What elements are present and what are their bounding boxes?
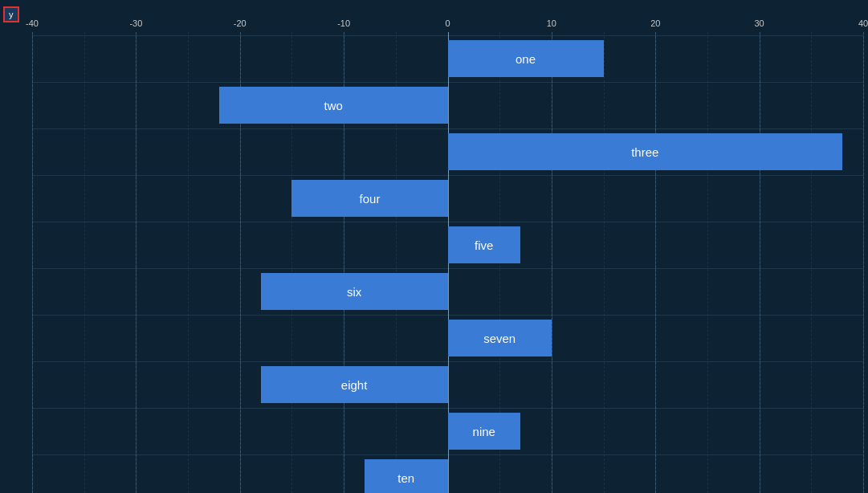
grid-container: -40-30-20-10010203040 onetwothreefourfiv… [32,16,863,493]
bar-four: four [291,180,447,217]
chart-area: y -40-30-20-10010203040 onetwothreefourf… [0,0,868,493]
v-grid-line [655,32,656,493]
v-grid-line [863,32,864,493]
bar-ten: ten [365,459,448,493]
x-tick-label: 10 [547,18,556,28]
bar-six: six [261,273,448,310]
x-tick-label: -20 [234,18,247,28]
bar-nine: nine [448,413,521,450]
v-grid-line [552,32,552,493]
bar-three: three [448,133,843,170]
x-tick-label: -10 [337,18,350,28]
bar-eight: eight [261,366,448,403]
v-grid-line-minor [188,32,189,493]
y-label-text: y [9,10,14,19]
v-grid-line [760,32,760,493]
v-grid-line-minor [811,32,812,493]
x-tick-label: 40 [858,18,868,28]
x-axis: -40-30-20-10010203040 [32,16,863,32]
bar-five: five [448,226,521,263]
x-tick-label: -30 [129,18,142,28]
bar-seven: seven [448,320,552,357]
x-tick-label: 30 [755,18,764,28]
v-grid-line [32,32,33,493]
v-grid-line [136,32,137,493]
y-axis-label[interactable]: y [3,6,19,22]
v-grid-line-minor [604,32,605,493]
v-grid-line-minor [707,32,708,493]
x-tick-label: -40 [26,18,39,28]
bar-one: one [448,40,604,77]
v-grid-line-minor [84,32,85,493]
bar-two: two [219,87,448,124]
x-tick-label: 20 [650,18,660,28]
x-tick-label: 0 [445,18,450,28]
